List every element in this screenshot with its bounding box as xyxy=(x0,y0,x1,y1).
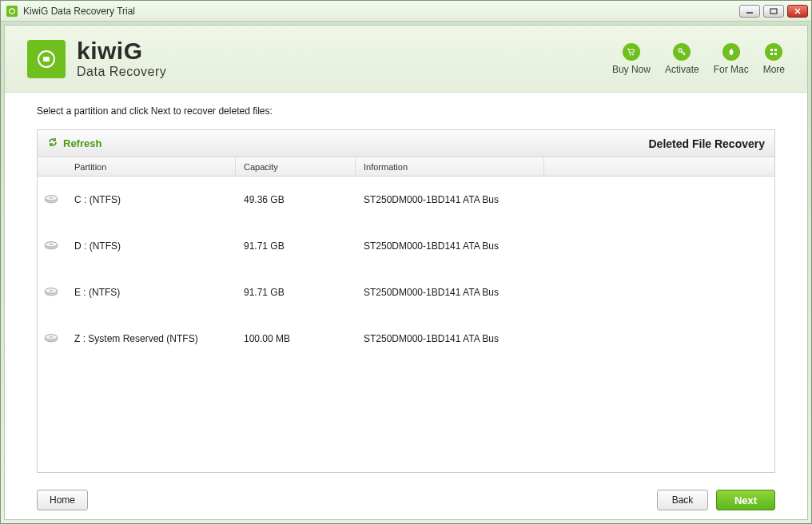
table-body: C : (NTFS)49.36 GBST250DM000-1BD141 ATA … xyxy=(38,177,774,472)
partition-capacity: 100.00 MB xyxy=(236,333,356,344)
home-button[interactable]: Home xyxy=(37,490,88,510)
grid-icon xyxy=(765,43,782,61)
key-icon xyxy=(673,43,691,61)
brand-logo-icon xyxy=(27,40,66,78)
partition-info: ST250DM000-1BD141 ATA Bus xyxy=(356,333,774,344)
svg-line-12 xyxy=(683,52,685,54)
partition-info: ST250DM000-1BD141 ATA Bus xyxy=(356,194,774,205)
for-mac-label: For Mac xyxy=(714,64,749,75)
drive-icon xyxy=(38,285,66,300)
svg-point-9 xyxy=(632,54,634,55)
more-label: More xyxy=(763,64,785,75)
panel-title: Deleted File Recovery xyxy=(648,137,765,150)
svg-rect-13 xyxy=(770,49,773,51)
svg-rect-15 xyxy=(770,53,773,55)
svg-rect-16 xyxy=(774,53,777,55)
drive-icon xyxy=(38,239,66,253)
svg-rect-14 xyxy=(774,49,777,51)
col-partition[interactable]: Partition xyxy=(66,157,236,176)
more-button[interactable]: More xyxy=(763,43,785,75)
brand: kiwiG Data Recovery xyxy=(27,39,166,79)
app-window: KiwiG Data Recovery Trial xyxy=(0,0,812,524)
for-mac-button[interactable]: For Mac xyxy=(714,43,749,75)
refresh-label: Refresh xyxy=(63,137,102,149)
refresh-button[interactable]: Refresh xyxy=(47,137,102,150)
brand-subtitle: Data Recovery xyxy=(77,65,166,79)
svg-rect-0 xyxy=(6,6,18,17)
partition-info: ST250DM000-1BD141 ATA Bus xyxy=(356,240,774,252)
partition-label: E : (NTFS) xyxy=(66,287,236,298)
buy-now-button[interactable]: Buy Now xyxy=(612,43,651,75)
partition-capacity: 49.36 GB xyxy=(236,194,356,205)
apple-icon xyxy=(722,43,740,61)
footer-bar: Home Back Next xyxy=(5,481,807,519)
maximize-button[interactable] xyxy=(763,5,784,18)
svg-point-25 xyxy=(50,290,53,292)
brand-text: kiwiG Data Recovery xyxy=(77,39,166,79)
header-actions: Buy Now Activate For Mac xyxy=(612,43,785,75)
refresh-icon xyxy=(47,137,58,150)
svg-point-28 xyxy=(50,336,53,338)
panel-toolbar: Refresh Deleted File Recovery xyxy=(38,130,774,157)
col-capacity[interactable]: Capacity xyxy=(236,157,356,176)
next-button[interactable]: Next xyxy=(716,490,775,510)
col-information[interactable]: Information xyxy=(356,157,544,176)
partition-label: C : (NTFS) xyxy=(66,194,236,205)
instruction-text: Select a partition and click Next to rec… xyxy=(37,105,775,117)
partition-panel: Refresh Deleted File Recovery Partition … xyxy=(37,129,775,473)
drive-icon xyxy=(38,193,66,207)
activate-button[interactable]: Activate xyxy=(665,43,699,75)
svg-point-8 xyxy=(629,54,631,55)
minimize-button[interactable] xyxy=(739,5,760,18)
app-icon xyxy=(6,5,18,18)
table-row[interactable]: E : (NTFS)91.71 GBST250DM000-1BD141 ATA … xyxy=(38,269,774,316)
svg-point-19 xyxy=(50,197,53,199)
window-title: KiwiG Data Recovery Trial xyxy=(23,6,739,17)
brand-name: kiwiG xyxy=(77,39,166,63)
table-row[interactable]: D : (NTFS)91.71 GBST250DM000-1BD141 ATA … xyxy=(38,223,774,269)
partition-capacity: 91.71 GB xyxy=(236,240,356,252)
partition-label: D : (NTFS) xyxy=(66,240,236,252)
drive-icon xyxy=(38,331,66,346)
activate-label: Activate xyxy=(665,64,699,75)
title-bar: KiwiG Data Recovery Trial xyxy=(1,1,811,22)
back-button[interactable]: Back xyxy=(657,490,708,510)
app-frame: kiwiG Data Recovery Buy Now Activate xyxy=(4,25,808,520)
svg-point-22 xyxy=(50,244,53,245)
table-row[interactable]: C : (NTFS)49.36 GBST250DM000-1BD141 ATA … xyxy=(38,177,774,223)
partition-info: ST250DM000-1BD141 ATA Bus xyxy=(356,287,774,298)
partition-capacity: 91.71 GB xyxy=(236,287,356,298)
svg-rect-3 xyxy=(770,9,777,14)
cart-icon xyxy=(623,43,640,61)
close-button[interactable] xyxy=(787,5,808,18)
buy-now-label: Buy Now xyxy=(612,64,651,75)
partition-label: Z : System Reserved (NTFS) xyxy=(66,333,236,344)
content-area: Select a partition and click Next to rec… xyxy=(5,93,807,481)
svg-rect-7 xyxy=(43,57,50,62)
table-header: Partition Capacity Information xyxy=(38,157,774,177)
table-row[interactable]: Z : System Reserved (NTFS)100.00 MBST250… xyxy=(38,316,774,362)
header-band: kiwiG Data Recovery Buy Now Activate xyxy=(5,26,807,93)
window-controls xyxy=(739,5,808,18)
